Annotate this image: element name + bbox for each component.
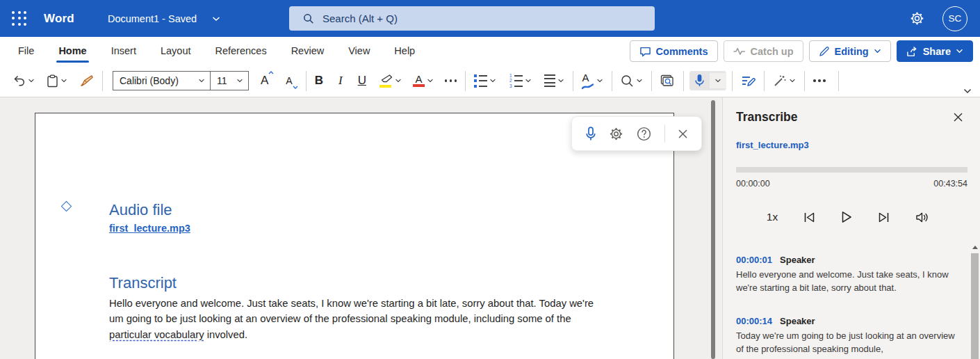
shrink-font-button[interactable]: A bbox=[283, 72, 300, 89]
navigation-pane-button[interactable] bbox=[658, 72, 678, 90]
undo-button[interactable] bbox=[10, 72, 38, 90]
comments-label: Comments bbox=[656, 46, 708, 57]
catch-up-button[interactable]: Catch up bbox=[724, 40, 803, 62]
settings-gear-icon[interactable] bbox=[609, 127, 623, 141]
ribbon-tabs: File Home Insert Layout References Revie… bbox=[0, 37, 980, 65]
search-icon bbox=[621, 74, 634, 88]
app-launcher-icon[interactable] bbox=[10, 10, 28, 28]
editing-label: Editing bbox=[835, 46, 869, 57]
entry-text[interactable]: Hello everyone and welcome. Just take se… bbox=[736, 269, 962, 294]
bold-glyph: B bbox=[315, 74, 323, 88]
format-painter-icon bbox=[79, 74, 94, 88]
avatar-initials: SC bbox=[949, 13, 962, 24]
playback-progress-bar[interactable] bbox=[736, 167, 967, 173]
share-button[interactable]: Share bbox=[897, 40, 973, 62]
underline-button[interactable]: U bbox=[355, 71, 369, 90]
autoformat-button[interactable] bbox=[770, 72, 799, 90]
numbering-button[interactable]: 1 2 3 bbox=[506, 72, 534, 90]
doc-heading-audio-file[interactable]: Audio file bbox=[109, 201, 172, 219]
styles-icon: A bbox=[582, 72, 594, 90]
editor-button[interactable] bbox=[738, 72, 758, 90]
find-button[interactable] bbox=[618, 72, 646, 90]
scrollbar-thumb[interactable] bbox=[971, 253, 979, 359]
play-icon[interactable] bbox=[841, 211, 852, 223]
font-size-select[interactable]: 11 bbox=[211, 71, 249, 90]
editor-pen-icon bbox=[741, 74, 756, 88]
microphone-icon[interactable] bbox=[585, 127, 596, 141]
chevron-down-icon bbox=[489, 79, 496, 83]
bold-button[interactable]: B bbox=[312, 71, 326, 90]
transcript-entry[interactable]: 00:00:14 Speaker Today we're um going to… bbox=[736, 316, 962, 356]
document-scrollbar[interactable] bbox=[711, 100, 715, 359]
document-title[interactable]: Document1 - Saved bbox=[108, 13, 197, 24]
format-painter-button[interactable] bbox=[76, 72, 97, 90]
collapse-ribbon-chevron-icon[interactable] bbox=[963, 88, 972, 94]
transcript-entry[interactable]: 00:00:01 Speaker Hello everyone and welc… bbox=[736, 255, 962, 294]
audio-file-link[interactable]: first_lecture.mp3 bbox=[109, 223, 190, 234]
titlebar: Word Document1 - Saved Search (Alt + Q) … bbox=[0, 0, 980, 37]
close-icon[interactable] bbox=[953, 112, 963, 122]
shrink-font-glyph: A bbox=[286, 75, 292, 86]
skip-to-start-icon[interactable] bbox=[803, 212, 815, 223]
close-icon[interactable] bbox=[678, 129, 688, 139]
chevron-down-icon bbox=[395, 79, 402, 83]
tab-layout[interactable]: Layout bbox=[149, 37, 203, 65]
document-title-chevron-icon[interactable] bbox=[212, 16, 220, 22]
chevron-down-icon bbox=[427, 79, 434, 83]
transcript-entries: 00:00:01 Speaker Hello everyone and welc… bbox=[736, 255, 962, 359]
more-font-options-icon[interactable] bbox=[442, 79, 460, 82]
tab-help[interactable]: Help bbox=[382, 37, 427, 65]
transcript-scrollbar[interactable] bbox=[971, 244, 979, 359]
chevron-down-icon bbox=[636, 79, 643, 83]
content-area: Audio file first_lecture.mp3 Transcript … bbox=[0, 97, 980, 359]
ribbon-toolbar: Calibri (Body) 11 A A B I U A bbox=[0, 65, 980, 97]
font-color-button[interactable]: A bbox=[410, 72, 436, 90]
scroll-up-arrow-icon[interactable] bbox=[972, 246, 978, 249]
highlighter-icon bbox=[379, 74, 393, 88]
volume-icon[interactable] bbox=[915, 212, 929, 223]
highlight-button[interactable] bbox=[377, 72, 405, 90]
audio-file-link[interactable]: first_lecture.mp3 bbox=[736, 140, 809, 150]
tab-insert[interactable]: Insert bbox=[99, 37, 148, 65]
entry-timestamp[interactable]: 00:00:14 bbox=[736, 316, 772, 326]
total-time: 00:43:54 bbox=[933, 179, 967, 189]
bullets-button[interactable] bbox=[471, 72, 499, 90]
entry-text[interactable]: Today we're um going to be just looking … bbox=[736, 330, 962, 356]
clipboard-icon bbox=[47, 74, 58, 88]
comments-button[interactable]: Comments bbox=[630, 40, 718, 62]
tab-references[interactable]: References bbox=[203, 37, 278, 65]
dictate-button[interactable] bbox=[689, 71, 726, 90]
settings-gear-icon[interactable] bbox=[910, 11, 924, 26]
alignment-button[interactable] bbox=[541, 72, 567, 90]
italic-button[interactable]: I bbox=[336, 71, 345, 90]
avatar[interactable]: SC bbox=[942, 6, 967, 31]
styles-button[interactable]: A bbox=[579, 69, 606, 93]
align-justify-icon bbox=[544, 74, 555, 88]
editing-mode-button[interactable]: Editing bbox=[809, 40, 891, 62]
app-name: Word bbox=[44, 12, 74, 26]
more-commands-icon[interactable] bbox=[810, 79, 828, 82]
tab-file[interactable]: File bbox=[6, 37, 46, 65]
skip-to-end-icon[interactable] bbox=[878, 212, 890, 223]
tab-review[interactable]: Review bbox=[279, 37, 336, 65]
search-placeholder: Search (Alt + Q) bbox=[322, 13, 398, 24]
playback-speed-button[interactable]: 1x bbox=[767, 211, 778, 223]
tab-home[interactable]: Home bbox=[47, 37, 98, 65]
entry-timestamp[interactable]: 00:00:01 bbox=[736, 255, 772, 265]
share-icon bbox=[906, 46, 918, 57]
chevron-down-icon bbox=[236, 79, 243, 83]
font-name-select[interactable]: Calibri (Body) bbox=[113, 71, 211, 90]
doc-paragraph[interactable]: Hello everyone and welcome. Just take se… bbox=[109, 296, 601, 342]
chevron-down-icon bbox=[525, 79, 532, 83]
panel-title: Transcribe bbox=[736, 110, 798, 125]
chevron-down-icon[interactable] bbox=[710, 73, 726, 88]
playback-controls: 1x bbox=[744, 205, 952, 229]
doc-heading-transcript[interactable]: Transcript bbox=[109, 274, 177, 292]
search-input[interactable]: Search (Alt + Q) bbox=[289, 6, 655, 31]
tab-view[interactable]: View bbox=[336, 37, 382, 65]
grow-font-glyph: A bbox=[261, 74, 268, 87]
grow-font-button[interactable]: A bbox=[258, 71, 276, 90]
pulse-icon bbox=[733, 47, 746, 56]
help-icon[interactable] bbox=[637, 127, 651, 141]
paste-button[interactable] bbox=[44, 72, 70, 90]
